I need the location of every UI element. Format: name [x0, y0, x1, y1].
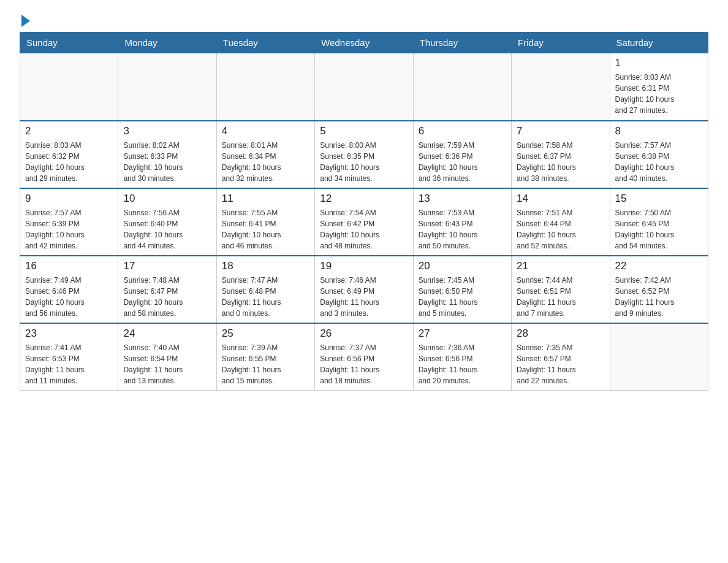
weekday-header-tuesday: Tuesday: [216, 33, 314, 53]
calendar-cell: 8Sunrise: 7:57 AM Sunset: 6:38 PM Daylig…: [610, 121, 708, 188]
day-info: Sunrise: 7:44 AM Sunset: 6:51 PM Dayligh…: [517, 275, 604, 319]
calendar-cell: 18Sunrise: 7:47 AM Sunset: 6:48 PM Dayli…: [216, 256, 314, 323]
day-info: Sunrise: 7:54 AM Sunset: 6:42 PM Dayligh…: [320, 207, 408, 251]
day-info: Sunrise: 7:55 AM Sunset: 6:41 PM Dayligh…: [222, 207, 309, 251]
calendar-cell: [610, 323, 708, 391]
calendar-cell: 3Sunrise: 8:02 AM Sunset: 6:33 PM Daylig…: [118, 121, 216, 188]
calendar-cell: 19Sunrise: 7:46 AM Sunset: 6:49 PM Dayli…: [315, 256, 413, 323]
calendar-week-row: 9Sunrise: 7:57 AM Sunset: 6:39 PM Daylig…: [20, 188, 708, 256]
day-info: Sunrise: 7:53 AM Sunset: 6:43 PM Dayligh…: [419, 207, 506, 251]
day-number: 25: [222, 327, 309, 340]
calendar-cell: 12Sunrise: 7:54 AM Sunset: 6:42 PM Dayli…: [315, 188, 413, 256]
calendar-cell: [118, 53, 216, 121]
calendar-cell: 9Sunrise: 7:57 AM Sunset: 6:39 PM Daylig…: [20, 188, 118, 256]
day-info: Sunrise: 7:59 AM Sunset: 6:36 PM Dayligh…: [419, 140, 506, 184]
day-number: 5: [320, 125, 408, 137]
day-number: 7: [517, 125, 604, 137]
day-number: 18: [222, 260, 309, 272]
day-info: Sunrise: 7:46 AM Sunset: 6:49 PM Dayligh…: [320, 275, 408, 319]
calendar-cell: 27Sunrise: 7:36 AM Sunset: 6:56 PM Dayli…: [413, 323, 511, 391]
day-number: 28: [517, 327, 604, 340]
calendar-week-row: 1Sunrise: 8:03 AM Sunset: 6:31 PM Daylig…: [20, 53, 708, 121]
calendar-cell: [413, 53, 511, 121]
day-number: 24: [123, 327, 211, 340]
calendar-cell: 14Sunrise: 7:51 AM Sunset: 6:44 PM Dayli…: [512, 188, 610, 256]
day-info: Sunrise: 7:57 AM Sunset: 6:38 PM Dayligh…: [615, 140, 703, 184]
logo: [20, 15, 30, 25]
calendar-cell: 25Sunrise: 7:39 AM Sunset: 6:55 PM Dayli…: [216, 323, 314, 391]
day-number: 26: [320, 327, 408, 340]
day-info: Sunrise: 8:00 AM Sunset: 6:35 PM Dayligh…: [320, 140, 408, 184]
day-number: 3: [123, 125, 211, 137]
day-number: 8: [615, 125, 703, 137]
calendar-cell: [512, 53, 610, 121]
day-info: Sunrise: 7:35 AM Sunset: 6:57 PM Dayligh…: [517, 342, 604, 386]
day-info: Sunrise: 7:41 AM Sunset: 6:53 PM Dayligh…: [25, 342, 113, 386]
calendar-cell: [216, 53, 314, 121]
weekday-header-wednesday: Wednesday: [315, 33, 413, 53]
day-info: Sunrise: 8:03 AM Sunset: 6:32 PM Dayligh…: [25, 140, 113, 184]
day-info: Sunrise: 7:47 AM Sunset: 6:48 PM Dayligh…: [222, 275, 309, 319]
calendar-cell: 28Sunrise: 7:35 AM Sunset: 6:57 PM Dayli…: [512, 323, 610, 391]
day-number: 1: [615, 57, 703, 69]
day-number: 12: [320, 193, 408, 205]
calendar-cell: 5Sunrise: 8:00 AM Sunset: 6:35 PM Daylig…: [315, 121, 413, 188]
calendar-cell: 16Sunrise: 7:49 AM Sunset: 6:46 PM Dayli…: [20, 256, 118, 323]
day-number: 13: [419, 193, 506, 205]
day-number: 11: [222, 193, 309, 205]
day-number: 20: [419, 260, 506, 272]
calendar-cell: 1Sunrise: 8:03 AM Sunset: 6:31 PM Daylig…: [610, 53, 708, 121]
day-info: Sunrise: 7:57 AM Sunset: 6:39 PM Dayligh…: [25, 207, 113, 251]
calendar-cell: 17Sunrise: 7:48 AM Sunset: 6:47 PM Dayli…: [118, 256, 216, 323]
page-header: [20, 15, 708, 25]
day-info: Sunrise: 8:02 AM Sunset: 6:33 PM Dayligh…: [123, 140, 211, 184]
weekday-header-saturday: Saturday: [610, 33, 708, 53]
day-info: Sunrise: 7:39 AM Sunset: 6:55 PM Dayligh…: [222, 342, 309, 386]
calendar-cell: 2Sunrise: 8:03 AM Sunset: 6:32 PM Daylig…: [20, 121, 118, 188]
day-number: 16: [25, 260, 113, 272]
calendar-week-row: 2Sunrise: 8:03 AM Sunset: 6:32 PM Daylig…: [20, 121, 708, 188]
calendar-week-row: 23Sunrise: 7:41 AM Sunset: 6:53 PM Dayli…: [20, 323, 708, 391]
calendar-cell: 26Sunrise: 7:37 AM Sunset: 6:56 PM Dayli…: [315, 323, 413, 391]
day-info: Sunrise: 7:42 AM Sunset: 6:52 PM Dayligh…: [615, 275, 703, 319]
day-info: Sunrise: 7:50 AM Sunset: 6:45 PM Dayligh…: [615, 207, 703, 251]
day-number: 17: [123, 260, 211, 272]
day-number: 6: [419, 125, 506, 137]
calendar-cell: 4Sunrise: 8:01 AM Sunset: 6:34 PM Daylig…: [216, 121, 314, 188]
calendar-table: SundayMondayTuesdayWednesdayThursdayFrid…: [20, 32, 708, 391]
calendar-cell: 13Sunrise: 7:53 AM Sunset: 6:43 PM Dayli…: [413, 188, 511, 256]
day-number: 21: [517, 260, 604, 272]
day-number: 27: [419, 327, 506, 340]
day-number: 15: [615, 193, 703, 205]
day-number: 19: [320, 260, 408, 272]
day-info: Sunrise: 8:01 AM Sunset: 6:34 PM Dayligh…: [222, 140, 309, 184]
day-info: Sunrise: 7:45 AM Sunset: 6:50 PM Dayligh…: [419, 275, 506, 319]
weekday-header-monday: Monday: [118, 33, 216, 53]
calendar-cell: 15Sunrise: 7:50 AM Sunset: 6:45 PM Dayli…: [610, 188, 708, 256]
day-number: 23: [25, 327, 113, 340]
day-number: 22: [615, 260, 703, 272]
day-info: Sunrise: 7:48 AM Sunset: 6:47 PM Dayligh…: [123, 275, 211, 319]
calendar-cell: 21Sunrise: 7:44 AM Sunset: 6:51 PM Dayli…: [512, 256, 610, 323]
calendar-cell: 10Sunrise: 7:56 AM Sunset: 6:40 PM Dayli…: [118, 188, 216, 256]
calendar-cell: 7Sunrise: 7:58 AM Sunset: 6:37 PM Daylig…: [512, 121, 610, 188]
calendar-header-row: SundayMondayTuesdayWednesdayThursdayFrid…: [20, 33, 708, 53]
day-number: 9: [25, 193, 113, 205]
calendar-cell: [315, 53, 413, 121]
calendar-cell: 22Sunrise: 7:42 AM Sunset: 6:52 PM Dayli…: [610, 256, 708, 323]
day-info: Sunrise: 7:51 AM Sunset: 6:44 PM Dayligh…: [517, 207, 604, 251]
day-number: 14: [517, 193, 604, 205]
calendar-week-row: 16Sunrise: 7:49 AM Sunset: 6:46 PM Dayli…: [20, 256, 708, 323]
day-info: Sunrise: 7:37 AM Sunset: 6:56 PM Dayligh…: [320, 342, 408, 386]
calendar-cell: 6Sunrise: 7:59 AM Sunset: 6:36 PM Daylig…: [413, 121, 511, 188]
day-number: 2: [25, 125, 113, 137]
calendar-cell: 23Sunrise: 7:41 AM Sunset: 6:53 PM Dayli…: [20, 323, 118, 391]
calendar-cell: 11Sunrise: 7:55 AM Sunset: 6:41 PM Dayli…: [216, 188, 314, 256]
day-info: Sunrise: 7:49 AM Sunset: 6:46 PM Dayligh…: [25, 275, 113, 319]
day-number: 10: [123, 193, 211, 205]
weekday-header-sunday: Sunday: [20, 33, 118, 53]
calendar-cell: [20, 53, 118, 121]
weekday-header-thursday: Thursday: [413, 33, 511, 53]
day-info: Sunrise: 7:36 AM Sunset: 6:56 PM Dayligh…: [419, 342, 506, 386]
calendar-cell: 24Sunrise: 7:40 AM Sunset: 6:54 PM Dayli…: [118, 323, 216, 391]
